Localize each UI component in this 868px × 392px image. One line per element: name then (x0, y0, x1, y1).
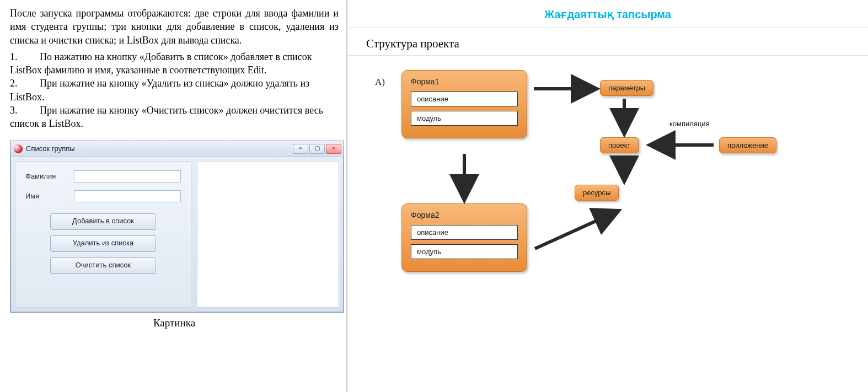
listbox-panel (197, 161, 339, 308)
list-item-3: При нажатие на кнопку «Очистить список» … (10, 105, 323, 129)
mock-app-window: Список группы ━ ▢ × Фамилия Имя (10, 141, 344, 313)
numbered-list: 1.По нажатию на кнопку «Добавить в списо… (10, 50, 339, 131)
window-titlebar: Список группы ━ ▢ × (10, 141, 344, 157)
form2-desc: описание (411, 225, 518, 240)
clear-button: Очистить список (50, 257, 156, 274)
node-params: параметры (600, 80, 653, 96)
node-project: проект (600, 137, 639, 153)
form1-title: Форма1 (411, 77, 518, 86)
form2-title: Форма2 (411, 211, 518, 219)
task-heading: Жағдаяттық тапсырма (347, 8, 868, 21)
app-icon (14, 144, 23, 153)
option-letter: A) (375, 77, 385, 88)
compile-label: компиляция (669, 120, 710, 128)
project-structure-diagram: A) Форма1 описание модуль Форма2 описани… (375, 67, 868, 364)
window-title: Список группы (26, 144, 293, 153)
image-caption: Картинка (10, 317, 339, 329)
list-item-1: По нажатию на кнопку «Добавить в список»… (10, 51, 312, 76)
name-label: Имя (25, 192, 69, 200)
node-resources: ресурсы (575, 185, 619, 201)
node-app: приложение (719, 137, 776, 153)
delete-button: Удалить из списка (50, 235, 156, 252)
form1-desc: описание (411, 92, 518, 106)
svg-line-5 (535, 211, 618, 249)
intro-paragraph: После запуска программы отображаются: дв… (10, 7, 339, 47)
form1-module: модуль (411, 111, 518, 126)
section-subtitle: Структура проекта (366, 37, 868, 51)
close-icon: × (326, 144, 341, 154)
maximize-icon: ▢ (309, 144, 325, 154)
answer-column: Жағдаяттық тапсырма Структура проекта A)… (347, 0, 868, 392)
minimize-icon: ━ (293, 144, 308, 154)
node-form2: Форма2 описание модуль (401, 203, 527, 272)
node-form1: Форма1 описание модуль (401, 70, 527, 138)
add-button: Добавить в список (50, 213, 156, 230)
name-input (74, 190, 181, 202)
question-text-column: После запуска программы отображаются: дв… (0, 0, 347, 392)
list-item-2: При нажатие на кнопку «Удалить из списка… (10, 78, 309, 102)
surname-input (74, 170, 181, 182)
input-panel: Фамилия Имя Добавить в список Удалить из… (15, 161, 191, 308)
form2-module: модуль (411, 244, 518, 259)
surname-label: Фамилия (25, 172, 69, 180)
